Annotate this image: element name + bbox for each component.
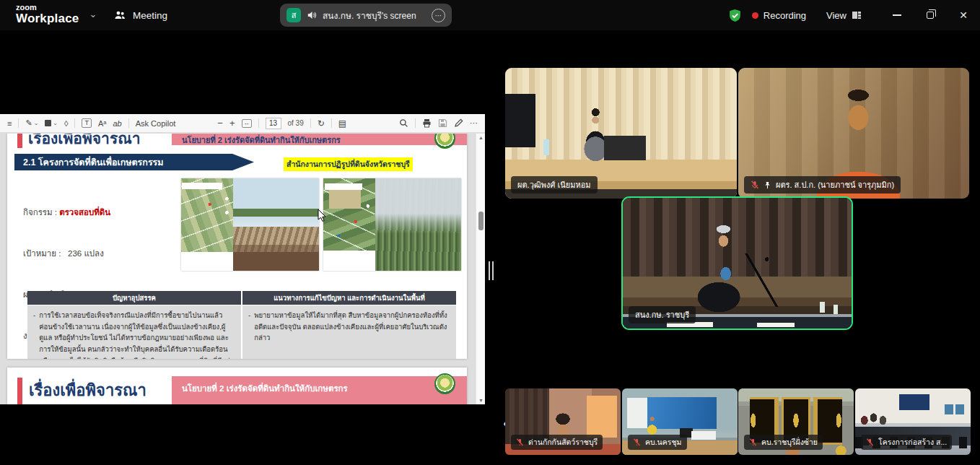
pdf-scrollbar[interactable]: ▲ ▼ [476, 134, 485, 404]
pin-icon [764, 181, 771, 189]
participant-name: ผต.วุฒิพงศ์ เนียมหอม [517, 178, 591, 191]
rotate-icon[interactable]: ↻ [318, 118, 325, 129]
zoom-titlebar: zoom Workplace ⌄ Meeting ส สนง.กษ. ราชบุ… [0, 0, 980, 30]
activity-value: ตรวจสอบที่ดิน [59, 208, 110, 217]
view-layout-icon [852, 10, 862, 20]
text-box-icon[interactable]: T [82, 118, 92, 128]
mic-off-icon [749, 438, 757, 446]
satellite-map-2 [323, 178, 375, 271]
org-logo [434, 373, 455, 394]
participant-name-tag: โครงการก่อสร้าง ส... [861, 435, 952, 450]
org-logo [434, 134, 455, 149]
field-photo-1 [233, 178, 319, 271]
participant-name: ผตร. ส.ป.ก. (นายภาชน์ จารุภุมมิก) [776, 178, 894, 191]
mic-off-icon [516, 438, 524, 446]
sharer-avatar: ส [286, 8, 301, 22]
toolbar-separator [331, 118, 332, 128]
toolbar-separator [310, 118, 311, 128]
participant-name: โครงการก่อสร้าง ส... [878, 436, 947, 448]
participant-name-tag: ผต.วุฒิพงศ์ เนียมหอม [511, 176, 598, 194]
panel-resize-handle[interactable] [489, 261, 494, 280]
page-total-label: of 39 [288, 119, 304, 127]
shared-screen-pill[interactable]: ส สนง.กษ. ราชบุรี's screen ⋯ [280, 4, 452, 27]
mic-off-icon [633, 438, 641, 446]
highlighter-icon[interactable]: ⌄ [45, 120, 58, 126]
minimize-button[interactable] [880, 0, 914, 30]
activity-line: กิจกรรม : ตรวจสอบที่ดิน [23, 206, 195, 220]
policy-banner: นโยบายที่ 2 เร่งรัดจัดที่ดินทำกินให้กับเ… [172, 376, 467, 404]
participant-name-tag: ด่านกักกันสัตว์ราชบุรี [511, 435, 603, 450]
field-photo-2 [375, 178, 461, 271]
video-tile-top-left[interactable]: ผต.วุฒิพงศ์ เนียมหอม [505, 68, 737, 199]
problems-cell: - การใช้เวลาสอบข้อเท็จจริงกรณีแปลงที่มีก… [27, 305, 241, 359]
slide-header: เรื่องเพื่อพิจารณา นโยบายที่ 2 เร่งรัดจั… [7, 134, 467, 149]
search-icon[interactable] [399, 118, 408, 128]
eraser-icon[interactable]: ◊ [64, 119, 68, 128]
minimize-icon [893, 14, 901, 16]
video-tile-active-speaker[interactable]: สนง.กษ. ราชบุรี [621, 196, 853, 330]
header-accent-bar [17, 134, 22, 148]
logo-text: zoom Workplace [16, 4, 79, 25]
video-tile-top-right[interactable]: ผตร. ส.ป.ก. (นายภาชน์ จารุภุมมิก) [738, 68, 969, 199]
shared-screen-pdf-viewer: ≡ ✎⌄ ⌄ ◊ T Aᵃ ab Ask Copilot − + ↔ of 39… [0, 114, 485, 404]
participant-name: คบ.ราชบุรีฝั่งซ้าย [761, 436, 818, 448]
tab-meeting[interactable]: Meeting [114, 0, 167, 30]
translate-icon[interactable]: ab [113, 119, 121, 128]
section-banner: 2.1 โครงการจัดที่ดินเพื่อเกษตรกรรม [14, 154, 254, 170]
video-tile-strip-4[interactable]: โครงการก่อสร้าง ส... [855, 388, 971, 455]
maximize-icon [927, 12, 934, 19]
fit-to-width-icon[interactable]: ↔ [242, 119, 252, 128]
video-tile-strip-1[interactable]: ด่านกักกันสัตว์ราชบุรี [505, 388, 621, 455]
toolbar-separator [18, 118, 19, 128]
view-button[interactable]: View [826, 10, 862, 21]
pdf-toolbar: ≡ ✎⌄ ⌄ ◊ T Aᵃ ab Ask Copilot − + ↔ of 39… [0, 114, 485, 133]
participant-name-tag: คบ.นครชุม [628, 435, 687, 450]
save-icon[interactable] [438, 118, 447, 128]
speaker-icon [307, 10, 317, 20]
tab-meeting-label: Meeting [133, 10, 167, 21]
read-aloud-icon[interactable]: Aᵃ [98, 119, 106, 128]
zoom-out-icon[interactable]: − [217, 118, 223, 129]
toolbar-separator [74, 118, 75, 128]
scroll-down-icon[interactable]: ▼ [476, 398, 485, 403]
zoom-workplace-logo[interactable]: zoom Workplace ⌄ [16, 4, 97, 25]
edit-pen-icon[interactable] [454, 118, 463, 128]
zoom-in-icon[interactable]: + [229, 118, 235, 129]
page-number-input[interactable] [266, 118, 281, 129]
pdf-page-next: เรื่องเพื่อพิจารณา นโยบายที่ 2 เร่งรัดจั… [7, 368, 467, 404]
land-survey-composite-1 [181, 178, 319, 271]
bullet: - [248, 310, 250, 359]
share-options-icon[interactable]: ⋯ [432, 9, 445, 22]
video-tile-strip-3[interactable]: คบ.ราชบุรีฝั่งซ้าย [738, 388, 854, 455]
solutions-cell: - พยายามหาข้อมูลให้ได้มากที่สุด สืบหาข้อ… [242, 305, 456, 359]
scroll-up-icon[interactable]: ▲ [476, 135, 485, 140]
more-options-icon[interactable]: ⋯ [470, 118, 478, 128]
close-button[interactable]: ✕ [947, 0, 980, 30]
policy-banner-text: นโยบายที่ 2 เร่งรัดจัดที่ดินทำกินให้กับเ… [172, 134, 467, 145]
table-of-contents-icon[interactable]: ≡ [7, 119, 12, 128]
security-shield-icon[interactable] [728, 9, 742, 22]
col-header-solutions: แนวทางการแก้ไขปัญหา และการดำเนินงานในพื้… [242, 291, 456, 305]
print-icon[interactable] [422, 118, 432, 128]
satellite-map-1 [181, 178, 233, 271]
mic-off-icon [751, 181, 759, 189]
recording-dot-icon [752, 12, 758, 19]
pdf-content-area[interactable]: เรื่องเพื่อพิจารณา นโยบายที่ 2 เร่งรัดจั… [0, 134, 485, 404]
mouse-cursor-icon [318, 209, 327, 222]
chevron-down-icon[interactable]: ⌄ [89, 9, 97, 19]
participant-name-tag: คบ.ราชบุรีฝั่งซ้าย [744, 435, 823, 450]
participant-name-tag: ผตร. ส.ป.ก. (นายภาชน์ จารุภุมมิก) [744, 176, 901, 194]
ask-copilot-button[interactable]: Ask Copilot [136, 119, 176, 128]
draw-pen-icon[interactable]: ✎⌄ [25, 118, 38, 128]
scrollbar-thumb[interactable] [478, 212, 484, 230]
maximize-button[interactable] [914, 0, 947, 30]
header-accent-bar [17, 378, 22, 404]
video-tile-strip-2[interactable]: คบ.นครชุม [622, 388, 738, 455]
page-view-icon[interactable]: ▤ [338, 118, 346, 129]
office-highlight: สำนักงานการปฏิรูปที่ดินจังหวัดราชบุรี [284, 157, 413, 171]
land-survey-composite-2 [323, 178, 461, 271]
issues-table: ปัญหาอุปสรรค แนวทางการแก้ไขปัญหา และการด… [27, 291, 456, 359]
participant-name: ด่านกักกันสัตว์ราชบุรี [528, 436, 598, 448]
target-line: เป้าหมาย : 236 แปลง [23, 247, 195, 261]
col-header-problems: ปัญหาอุปสรรค [27, 291, 241, 305]
